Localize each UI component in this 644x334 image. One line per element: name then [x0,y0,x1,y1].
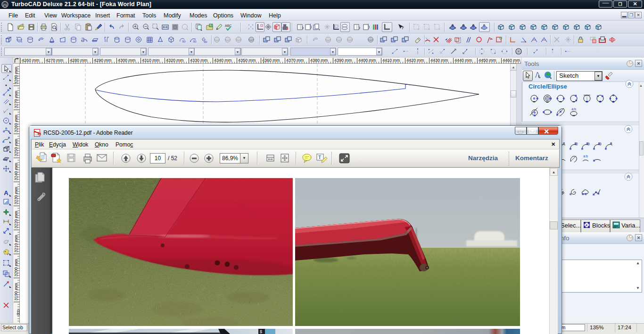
svg-text:4440 mm: 4440 mm [454,58,472,63]
svg-text:3250 mm: 3250 mm [14,138,18,156]
svg-text:13: 13 [598,142,602,146]
svg-text:4350 mm: 4350 mm [238,58,256,63]
svg-text:3D: 3D [193,40,197,43]
svg-text:A: A [4,189,8,196]
svg-text:13: 13 [586,142,590,146]
svg-text:3280 mm: 3280 mm [14,66,18,84]
svg-text:4460 mm: 4460 mm [503,58,520,63]
svg-text:4330 mm: 4330 mm [190,58,208,63]
svg-text:4290 mm: 4290 mm [94,58,112,63]
svg-text:3270 mm: 3270 mm [14,90,18,108]
svg-text:4300 mm: 4300 mm [118,58,136,63]
svg-text:$: $ [260,329,262,334]
svg-text:4310 mm: 4310 mm [142,58,160,63]
svg-text:3D: 3D [204,41,207,43]
svg-text:3260 mm: 3260 mm [14,114,18,132]
svg-text:4260 mm: 4260 mm [22,58,40,63]
svg-text:4360 mm: 4360 mm [262,58,280,63]
svg-text:4320 mm: 4320 mm [166,58,184,63]
svg-text:3D: 3D [182,40,186,43]
svg-text:4390 mm: 4390 mm [334,58,352,63]
svg-text:3240 mm: 3240 mm [14,163,18,180]
svg-text:?: ? [401,25,404,30]
svg-text:4410 mm: 4410 mm [382,58,400,63]
svg-text:a:b: a:b [571,107,576,111]
svg-text:12: 12 [574,142,578,146]
svg-text:3220 mm: 3220 mm [14,211,18,228]
svg-text:4420 mm: 4420 mm [406,58,424,63]
svg-text:3230 mm: 3230 mm [14,187,18,204]
svg-text:ABC: ABC [225,24,231,27]
svg-text:4380 mm: 4380 mm [310,58,328,63]
svg-text:4340 mm: 4340 mm [214,58,232,63]
svg-text:3210 mm: 3210 mm [14,235,18,253]
svg-text:21: 21 [3,3,7,7]
svg-text:4450 mm: 4450 mm [479,58,496,63]
svg-text:4270 mm: 4270 mm [46,58,64,63]
svg-text:4370 mm: 4370 mm [286,58,304,63]
svg-text:4400 mm: 4400 mm [358,58,376,63]
svg-text:T: T [318,155,321,160]
svg-text:a:b: a:b [583,155,588,158]
svg-text:4430 mm: 4430 mm [430,58,448,63]
svg-text:3200 mm: 3200 mm [14,259,18,277]
svg-text:3190 mm: 3190 mm [14,283,18,301]
svg-text:4280 mm: 4280 mm [70,58,88,63]
